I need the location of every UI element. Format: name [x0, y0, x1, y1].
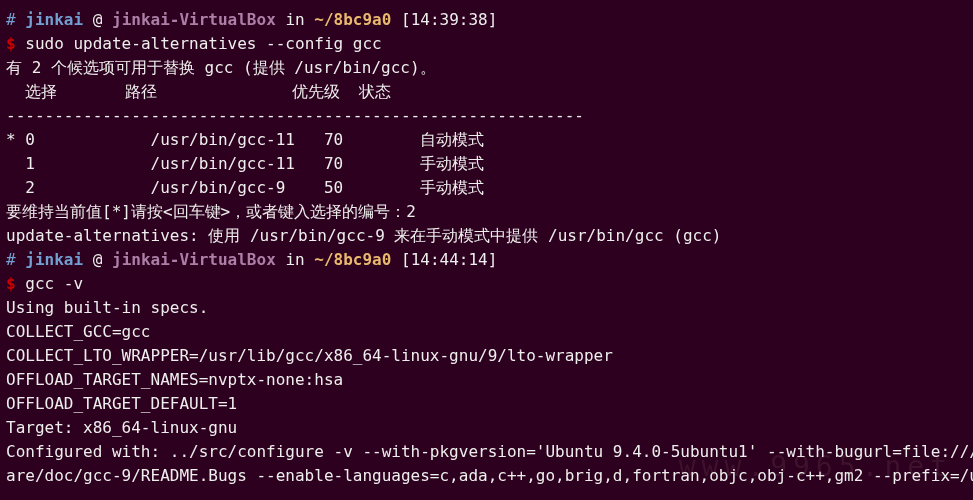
gcc-output-line: COLLECT_GCC=gcc	[6, 320, 967, 344]
gcc-output-line: are/doc/gcc-9/README.Bugs --enable-langu…	[6, 464, 967, 488]
command-line-1[interactable]: $ sudo update-alternatives --config gcc	[6, 32, 967, 56]
command-text: sudo update-alternatives --config gcc	[25, 34, 381, 53]
prompt-at: @	[93, 10, 103, 29]
prompt-time: [14:39:38]	[401, 10, 497, 29]
command-line-2[interactable]: $ gcc -v	[6, 272, 967, 296]
table-row: 2 /usr/bin/gcc-9 50 手动模式	[6, 176, 967, 200]
output-line: 有 2 个候选项可用于替换 gcc (提供 /usr/bin/gcc)。	[6, 56, 967, 80]
prompt-dollar: $	[6, 274, 16, 293]
prompt-host: jinkai-VirtualBox	[112, 250, 276, 269]
table-divider: ----------------------------------------…	[6, 104, 967, 128]
prompt-user: jinkai	[25, 10, 83, 29]
prompt-line-1: # jinkai @ jinkai-VirtualBox in ~/8bc9a0…	[6, 8, 967, 32]
gcc-output-line: OFFLOAD_TARGET_DEFAULT=1	[6, 392, 967, 416]
gcc-output-line: Target: x86_64-linux-gnu	[6, 416, 967, 440]
command-text: gcc -v	[25, 274, 83, 293]
table-row: 1 /usr/bin/gcc-11 70 手动模式	[6, 152, 967, 176]
prompt-time: [14:44:14]	[401, 250, 497, 269]
gcc-output-line: OFFLOAD_TARGET_NAMES=nvptx-none:hsa	[6, 368, 967, 392]
prompt-user: jinkai	[25, 250, 83, 269]
prompt-path: ~/8bc9a0	[314, 10, 391, 29]
gcc-output-line: COLLECT_LTO_WRAPPER=/usr/lib/gcc/x86_64-…	[6, 344, 967, 368]
gcc-output-line: Configured with: ../src/configure -v --w…	[6, 440, 967, 464]
table-header: 选择 路径 优先级 状态	[6, 80, 967, 104]
prompt-hash: #	[6, 10, 16, 29]
gcc-output-line: Using built-in specs.	[6, 296, 967, 320]
prompt-hash: #	[6, 250, 16, 269]
prompt-line-2: # jinkai @ jinkai-VirtualBox in ~/8bc9a0…	[6, 248, 967, 272]
prompt-dollar: $	[6, 34, 16, 53]
prompt-in: in	[285, 10, 304, 29]
table-row: * 0 /usr/bin/gcc-11 70 自动模式	[6, 128, 967, 152]
confirmation-line: update-alternatives: 使用 /usr/bin/gcc-9 来…	[6, 224, 967, 248]
selection-prompt[interactable]: 要维持当前值[*]请按<回车键>，或者键入选择的编号：2	[6, 200, 967, 224]
prompt-in: in	[285, 250, 304, 269]
prompt-path: ~/8bc9a0	[314, 250, 391, 269]
prompt-host: jinkai-VirtualBox	[112, 10, 276, 29]
prompt-at: @	[93, 250, 103, 269]
